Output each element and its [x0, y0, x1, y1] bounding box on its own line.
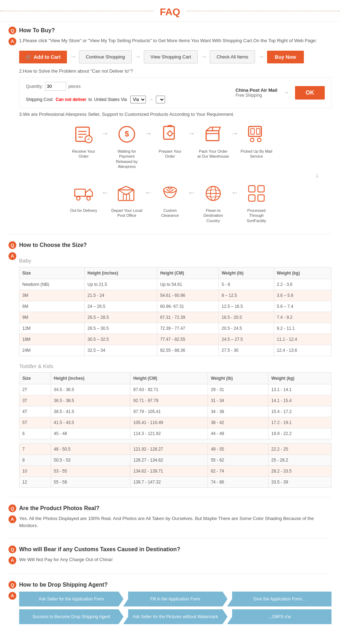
delivery-label: Out for Delivery — [70, 208, 97, 213]
flow-sort: Processed Through SortFacility — [239, 181, 274, 223]
dropship-btn-2[interactable]: Fill in the Application Form — [123, 592, 228, 606]
dropship-btn-3[interactable]: Give the Application Form... — [227, 592, 332, 606]
table-row: 3T36.5 - 38.592.71 - 97.7931 - 3414.1 - … — [19, 395, 332, 406]
pickup-label: Picked Up By Mail Service — [240, 149, 272, 159]
shipping-right: China Post Air Mail Free Shipping → OK — [236, 86, 325, 100]
col-height-in: Height (inches) — [85, 267, 157, 279]
faq-title: FAQ — [154, 6, 186, 18]
arrow-ok: → — [283, 89, 289, 96]
buy-now-button[interactable]: Buy Now — [267, 51, 304, 63]
section-photos: Q Are the Product Photos Real? A Yes. Al… — [0, 499, 340, 536]
size-tables: Baby Size Height (inches) Height (CM) We… — [19, 252, 332, 488]
pack-icon — [201, 122, 226, 147]
view-shopping-cart-button[interactable]: View Shopping Cart — [144, 50, 198, 63]
table-row: Newborn (NB)Up to 21.5Up to 54.615 - 82.… — [19, 279, 332, 290]
col-weight-kg: Weight (kg) — [274, 267, 331, 279]
shipping-box: Quantity: pieces Shipping Cost: Can not … — [19, 77, 332, 108]
svg-rect-30 — [249, 195, 255, 201]
svg-text:$: $ — [125, 129, 129, 138]
flow-arrow-4: → — [231, 129, 239, 138]
a-icon-3: A — [8, 515, 16, 523]
section-customs: Q Who will Bear if any Customs Taxes Cau… — [0, 541, 340, 571]
q-icon-3: Q — [8, 504, 16, 512]
table-row: 748 - 50.5121.92 - 128.2749 - 5522.2 - 2… — [19, 444, 332, 455]
customs-icon — [158, 181, 182, 206]
add-to-cart-button[interactable]: 🛒 Add to Cart — [19, 51, 67, 63]
quantity-input[interactable] — [45, 82, 66, 91]
table-row: 2T34.5 - 36.587.63 - 92.7129 - 3113.1 - … — [19, 384, 332, 395]
pack-label: Pack Your Order at Our Warehouse — [197, 149, 229, 159]
table-header-row: Size Height (inches) Height (CM) Weight … — [19, 267, 332, 279]
table-row: 645 - 48114.3 - 121.9244 - 4919.9 - 22.2 — [19, 428, 332, 439]
flow-pickup: Picked Up By Mail Service — [239, 122, 274, 159]
flow-payment: $ Waiting for Payment Released by Aliexp… — [109, 122, 144, 169]
dropship-btn-4[interactable]: Success to Become Drop Shipping Agent — [19, 609, 124, 624]
flow-delivery: Out for Delivery — [66, 181, 101, 213]
q-icon-1: Q — [8, 27, 16, 34]
q-icon-5: Q — [8, 581, 16, 589]
table-row: 5T41.5 - 43.5105.41 - 110.4938 - 4217.2 … — [19, 417, 332, 428]
svg-rect-13 — [251, 129, 254, 134]
question-how-to-buy: Q How To Buy? — [8, 27, 332, 34]
table-row: 18M30.5 – 32.577.47 - 82.5524.5 – 27.511… — [19, 334, 332, 345]
sort-label: Processed Through SortFacility — [240, 208, 272, 223]
postoffice-icon — [114, 181, 139, 206]
a-icon-4: A — [8, 557, 16, 564]
arrow-4: → — [258, 53, 264, 61]
question-size: Q How to Choose the Size? — [8, 241, 332, 249]
table-row: 1255 - 58139.7 - 147.3274 - 8633.5 - 39 — [19, 477, 332, 488]
toddler-category-title: Toddler & Kids — [19, 362, 332, 371]
svg-rect-14 — [256, 129, 260, 134]
shipping-option-select[interactable] — [156, 96, 165, 103]
flow-postoffice: Depart Your Local Post Office — [109, 181, 144, 218]
flow-pack: Pack Your Order at Our Warehouse — [196, 122, 231, 159]
col-size: Size — [19, 267, 85, 279]
continue-shopping-button[interactable]: Continue Shopping — [79, 50, 132, 63]
payment-label: Waiting for Payment Released by Aliexpre… — [111, 149, 143, 169]
table-row: 4T38.5 - 41.597.79 - 105.4134 - 3815.4 -… — [19, 406, 332, 417]
arrow-2: → — [135, 53, 141, 61]
shipping-method-select[interactable]: Via — [130, 96, 146, 103]
svg-point-19 — [76, 197, 80, 200]
flow-arrow-7: → — [188, 188, 196, 197]
svg-point-16 — [250, 138, 254, 142]
professional-note: 3.We are Professional Aliexpress Seller,… — [19, 112, 332, 117]
table-separator-row — [19, 439, 332, 444]
question-photos: Q Are the Product Photos Real? — [8, 504, 332, 512]
section-how-to-buy: Q How To Buy? A 1.Please click "View My … — [0, 22, 340, 232]
arrow-1: → — [70, 53, 76, 61]
svg-point-20 — [87, 197, 90, 200]
q-icon-2: Q — [8, 241, 16, 249]
flow-arrow-6: → — [144, 188, 152, 197]
svg-rect-10 — [206, 131, 219, 141]
answer-dropship: A Ask Seller for the Application Form Fi… — [8, 592, 332, 624]
check-all-items-button[interactable]: Check All Items — [210, 50, 255, 63]
order-flow-section: ✓ Receive Your Order → $ Waiting for Pay… — [8, 122, 332, 223]
dropship-row-1: Ask Seller for the Application Form Fill… — [19, 592, 332, 606]
svg-rect-28 — [249, 186, 255, 192]
table-row: 3M21.5 - 2454.61 - 60.968 – 12.53.6 – 5.… — [19, 290, 332, 301]
dropship-btn-6[interactable]: ...JЭIРS o'w — [227, 609, 332, 624]
ok-button[interactable]: OK — [295, 86, 325, 100]
col-height-cm: Height (CM) — [157, 267, 219, 279]
svg-rect-18 — [75, 189, 85, 196]
svg-point-17 — [257, 138, 261, 142]
col-weight-lb-t: Weight (lb) — [208, 373, 268, 384]
shipping-problem-section: 2.How to Solve the Problem about "Can no… — [19, 68, 332, 108]
arrow-shipping: → — [148, 96, 154, 103]
section-dropship: Q How to be Drop Shipping Agent? A Ask S… — [0, 576, 340, 631]
answer-customs: A We Will Not Pay for Any Charge Out of … — [8, 556, 332, 564]
dropship-btn-5[interactable]: Ask Seller for the Pictures without Wate… — [123, 609, 228, 624]
flight-icon — [201, 181, 226, 206]
table-row: 12M28.5 – 30.572.39 - 77.4720.5 - 24.59.… — [19, 323, 332, 334]
col-size-t: Size — [19, 373, 51, 384]
answer-size: A Baby Size Height (inches) Height (CM) … — [8, 252, 332, 488]
svg-rect-29 — [258, 186, 264, 192]
dropship-btn-1[interactable]: Ask Seller for the Application Form — [19, 592, 124, 606]
flow-row-1: ✓ Receive Your Order → $ Waiting for Pay… — [8, 122, 332, 169]
q-icon-4: Q — [8, 546, 16, 553]
toddler-header-row: Size Height (inches) Height (CM) Weight … — [19, 373, 332, 384]
delivery-icon — [71, 181, 96, 206]
quantity-group: Quantity: pieces — [26, 82, 165, 91]
table-row: 1053 - 55134.62 - 139.7162 - 7428.2 - 33… — [19, 466, 332, 477]
